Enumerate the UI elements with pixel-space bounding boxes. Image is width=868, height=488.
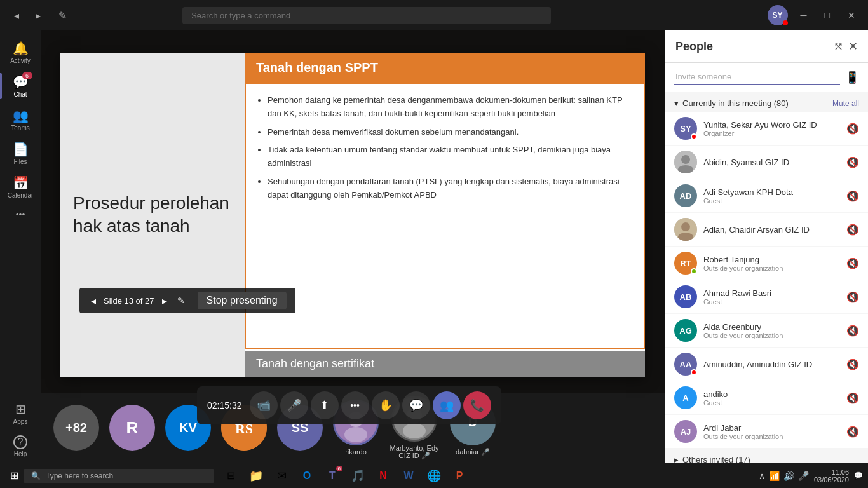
- person-item[interactable]: AB Ahmad Rawi Basri Guest 🔇: [665, 280, 868, 313]
- mic-muted-icon: 🔇: [846, 224, 859, 236]
- search-input[interactable]: [182, 7, 551, 24]
- taskbar-teams[interactable]: T 6: [321, 464, 344, 487]
- section-title: Currently in this meeting (80): [682, 98, 789, 108]
- sidebar-label-teams: Teams: [11, 125, 29, 132]
- sidebar-item-more[interactable]: •••: [0, 204, 41, 224]
- taskbar-search[interactable]: 🔍 Type here to search: [24, 469, 214, 483]
- video-button[interactable]: 📹: [250, 391, 278, 419]
- start-button[interactable]: ⊞: [5, 470, 24, 482]
- taskbar-netflix[interactable]: N: [372, 464, 395, 487]
- hand-icon: ✋: [379, 398, 393, 412]
- participant-count[interactable]: +82: [53, 405, 99, 451]
- date-display: 03/06/2020: [814, 476, 849, 484]
- people-icon: 👥: [440, 398, 454, 412]
- sidebar-item-teams[interactable]: 👥 Teams: [0, 103, 41, 137]
- mute-all-button[interactable]: Mute all: [832, 99, 859, 108]
- participant-thumb[interactable]: R: [109, 405, 155, 451]
- minimize-button[interactable]: ─: [796, 10, 812, 20]
- clock: 11:06 03/06/2020: [814, 468, 849, 484]
- people-list: SY Yunita, Sekar Ayu Woro GIZ ID Organiz…: [665, 112, 868, 463]
- forward-button[interactable]: ▸: [29, 6, 47, 24]
- taskbar-mail[interactable]: ✉: [270, 464, 293, 487]
- device-audio-button[interactable]: 📱: [845, 71, 859, 85]
- sidebar-item-chat[interactable]: 💬 6 Chat: [0, 69, 41, 103]
- sidebar-label-activity: Activity: [10, 57, 31, 64]
- panel-close-button[interactable]: ✕: [848, 39, 858, 53]
- slide-bullet-2: Pemerintah desa memverifikasi dokumen se…: [268, 126, 632, 139]
- maximize-button[interactable]: □: [820, 10, 835, 20]
- edge-icon: 🌐: [427, 469, 441, 483]
- person-role: Guest: [703, 399, 840, 407]
- sidebar-item-activity[interactable]: 🔔 Activity: [0, 36, 41, 69]
- taskbar-powerpoint[interactable]: P: [448, 464, 471, 487]
- svg-point-4: [344, 427, 367, 442]
- mic-muted-icon: 🔇: [846, 257, 859, 269]
- pencil-icon-button[interactable]: ✎: [175, 294, 187, 307]
- invite-input[interactable]: [674, 69, 840, 85]
- mail-icon: ✉: [277, 469, 287, 483]
- end-call-button[interactable]: 📞: [463, 391, 491, 419]
- teams-icon: 👥: [13, 108, 29, 123]
- sidebar-item-help[interactable]: ? Help: [0, 430, 41, 463]
- close-button[interactable]: ✕: [843, 10, 860, 20]
- person-item[interactable]: A andiko Guest 🔇: [665, 381, 868, 414]
- back-button[interactable]: ◂: [8, 6, 25, 24]
- panel-header: People ⤲ ✕: [665, 30, 868, 63]
- others-invited-section[interactable]: ▸ Others invited (17): [665, 449, 868, 463]
- person-item[interactable]: AD Adi Setyawan KPH Dota Guest 🔇: [665, 179, 868, 212]
- mic-muted-icon: 🔇: [846, 358, 859, 370]
- raise-hand-button[interactable]: ✋: [372, 391, 400, 419]
- mic-muted-icon: 🔇: [846, 123, 859, 135]
- others-label: Others invited (17): [682, 455, 750, 463]
- main-layout: 🔔 Activity 💬 6 Chat 👥 Teams 📄 Files 📅 Ca…: [0, 30, 868, 463]
- taskbar-word[interactable]: W: [397, 464, 420, 487]
- compose-button[interactable]: ✎: [53, 6, 71, 24]
- person-name: Robert Tanjung: [703, 255, 840, 264]
- volume-icon[interactable]: 🔊: [783, 471, 794, 481]
- section-toggle[interactable]: ▾ Currently in this meeting (80): [674, 98, 789, 108]
- people-button[interactable]: 👥: [433, 391, 461, 419]
- stop-presenting-button[interactable]: Stop presenting: [198, 292, 287, 309]
- person-info: Adlan, Chaidir Arsyan GIZ ID: [703, 225, 840, 234]
- panel-collapse-button[interactable]: ⤲: [834, 39, 843, 53]
- person-item[interactable]: RT Robert Tanjung Outside your organizat…: [665, 247, 868, 280]
- windows-icon: ⊞: [10, 470, 18, 482]
- notification-icon[interactable]: 💬: [854, 471, 863, 480]
- chevron-up-icon[interactable]: ∧: [759, 471, 765, 481]
- mic-icon: 🎤: [287, 398, 301, 412]
- mic-button[interactable]: 🎤: [280, 391, 308, 419]
- task-view-icon: ⊟: [227, 470, 235, 482]
- taskbar-outlook[interactable]: O: [295, 464, 318, 487]
- taskbar-task-view[interactable]: ⊟: [219, 464, 242, 487]
- taskbar-apps: ⊟ 📁 ✉ O T 6 🎵 N W 🌐 P: [219, 464, 471, 487]
- taskbar-spotify[interactable]: 🎵: [346, 464, 369, 487]
- more-options-button[interactable]: •••: [341, 391, 369, 419]
- sidebar-item-calendar[interactable]: 📅 Calendar: [0, 170, 41, 204]
- taskbar-edge[interactable]: 🌐: [423, 464, 445, 487]
- mic-muted-icon: 🔇: [846, 325, 859, 337]
- person-item[interactable]: AJ Ardi Jabar Outside your organization …: [665, 415, 868, 448]
- taskbar-file-explorer[interactable]: 📁: [245, 464, 268, 487]
- word-icon: W: [403, 470, 413, 482]
- chat-icon: 💬 6: [13, 74, 29, 90]
- sidebar-item-files[interactable]: 📄 Files: [0, 137, 41, 170]
- panel-header-buttons: ⤲ ✕: [834, 39, 858, 53]
- person-avatar: [674, 151, 697, 173]
- person-item[interactable]: SY Yunita, Sekar Ayu Woro GIZ ID Organiz…: [665, 112, 868, 145]
- person-item[interactable]: AG Aida Greenbury Outside your organizat…: [665, 314, 868, 347]
- person-avatar: [674, 218, 697, 241]
- chat-button[interactable]: 💬: [402, 391, 430, 419]
- slide-header: Tanah dengan SPPT: [245, 53, 645, 83]
- avatar[interactable]: SY: [768, 5, 788, 25]
- sidebar-item-apps[interactable]: ⊞ Apps: [0, 396, 41, 430]
- calendar-icon: 📅: [13, 175, 29, 191]
- person-item[interactable]: Adlan, Chaidir Arsyan GIZ ID 🔇: [665, 213, 868, 246]
- search-icon: 🔍: [31, 471, 41, 480]
- person-name: Ardi Jabar: [703, 423, 840, 433]
- slide-prev-button[interactable]: ◂: [88, 294, 98, 308]
- share-button[interactable]: ⬆: [311, 391, 339, 419]
- person-item[interactable]: AA Aminuddin, Aminuddin GIZ ID 🔇: [665, 348, 868, 381]
- end-call-icon: 📞: [470, 398, 484, 412]
- slide-next-button[interactable]: ▸: [159, 294, 170, 308]
- person-item[interactable]: Abidin, Syamsul GIZ ID 🔇: [665, 146, 868, 179]
